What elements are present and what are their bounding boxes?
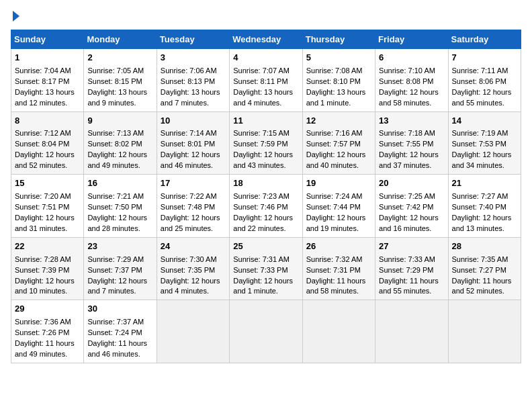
logo-arrow-icon: [13, 11, 19, 21]
day-detail: Sunrise: 7:21 AM Sunset: 7:50 PM Dayligh…: [87, 191, 152, 234]
day-number: 8: [15, 115, 80, 128]
calendar-cell: 13Sunrise: 7:18 AM Sunset: 7:55 PM Dayli…: [375, 111, 448, 175]
calendar-cell: 7Sunrise: 7:11 AM Sunset: 8:06 PM Daylig…: [448, 49, 521, 112]
day-number: 11: [233, 115, 298, 128]
calendar-cell: [375, 300, 448, 363]
calendar-cell: 17Sunrise: 7:22 AM Sunset: 7:48 PM Dayli…: [157, 175, 229, 238]
day-number: 20: [379, 177, 444, 190]
day-detail: Sunrise: 7:13 AM Sunset: 8:02 PM Dayligh…: [87, 128, 152, 171]
day-number: 7: [452, 52, 517, 64]
calendar-cell: 25Sunrise: 7:31 AM Sunset: 7:33 PM Dayli…: [230, 237, 302, 300]
day-detail: Sunrise: 7:04 AM Sunset: 8:17 PM Dayligh…: [15, 66, 80, 109]
day-of-week-header: Saturday: [448, 30, 521, 49]
calendar-week-row: 1Sunrise: 7:04 AM Sunset: 8:17 PM Daylig…: [11, 49, 521, 112]
day-of-week-header: Thursday: [302, 30, 375, 49]
day-number: 2: [87, 52, 152, 64]
day-number: 18: [233, 177, 298, 190]
calendar-week-row: 15Sunrise: 7:20 AM Sunset: 7:51 PM Dayli…: [11, 175, 521, 238]
day-number: 19: [306, 177, 371, 190]
day-detail: Sunrise: 7:28 AM Sunset: 7:39 PM Dayligh…: [15, 255, 80, 298]
calendar-cell: 6Sunrise: 7:10 AM Sunset: 8:08 PM Daylig…: [375, 49, 448, 112]
day-detail: Sunrise: 7:08 AM Sunset: 8:10 PM Dayligh…: [306, 66, 371, 109]
day-detail: Sunrise: 7:27 AM Sunset: 7:40 PM Dayligh…: [452, 191, 517, 234]
day-number: 3: [161, 52, 226, 64]
calendar-cell: 4Sunrise: 7:07 AM Sunset: 8:11 PM Daylig…: [230, 49, 302, 112]
day-number: 6: [379, 52, 444, 64]
day-number: 1: [15, 52, 80, 64]
day-number: 15: [15, 177, 80, 190]
day-detail: Sunrise: 7:15 AM Sunset: 7:59 PM Dayligh…: [233, 128, 298, 171]
day-detail: Sunrise: 7:29 AM Sunset: 7:37 PM Dayligh…: [87, 255, 152, 298]
calendar-header-row: SundayMondayTuesdayWednesdayThursdayFrid…: [11, 30, 521, 49]
calendar-cell: 23Sunrise: 7:29 AM Sunset: 7:37 PM Dayli…: [84, 237, 157, 300]
day-number: 12: [306, 115, 371, 128]
day-of-week-header: Sunday: [11, 30, 84, 49]
calendar-cell: 1Sunrise: 7:04 AM Sunset: 8:17 PM Daylig…: [11, 49, 84, 112]
calendar-week-row: 22Sunrise: 7:28 AM Sunset: 7:39 PM Dayli…: [11, 237, 521, 300]
day-of-week-header: Monday: [84, 30, 157, 49]
day-number: 9: [87, 115, 152, 128]
calendar-cell: 3Sunrise: 7:06 AM Sunset: 8:13 PM Daylig…: [157, 49, 229, 112]
calendar-cell: 18Sunrise: 7:23 AM Sunset: 7:46 PM Dayli…: [230, 175, 302, 238]
calendar-cell: 29Sunrise: 7:36 AM Sunset: 7:26 PM Dayli…: [11, 300, 84, 363]
day-detail: Sunrise: 7:20 AM Sunset: 7:51 PM Dayligh…: [15, 191, 80, 234]
calendar-cell: [230, 300, 302, 363]
day-number: 22: [15, 240, 80, 253]
calendar-cell: 30Sunrise: 7:37 AM Sunset: 7:24 PM Dayli…: [84, 300, 157, 363]
calendar-cell: 21Sunrise: 7:27 AM Sunset: 7:40 PM Dayli…: [448, 175, 521, 238]
day-of-week-header: Wednesday: [230, 30, 302, 49]
calendar-cell: 15Sunrise: 7:20 AM Sunset: 7:51 PM Dayli…: [11, 175, 84, 238]
calendar-cell: 5Sunrise: 7:08 AM Sunset: 8:10 PM Daylig…: [302, 49, 375, 112]
calendar-cell: 16Sunrise: 7:21 AM Sunset: 7:50 PM Dayli…: [84, 175, 157, 238]
calendar-cell: 2Sunrise: 7:05 AM Sunset: 8:15 PM Daylig…: [84, 49, 157, 112]
day-detail: Sunrise: 7:11 AM Sunset: 8:06 PM Dayligh…: [452, 66, 517, 109]
day-number: 25: [233, 240, 298, 253]
calendar-cell: 26Sunrise: 7:32 AM Sunset: 7:31 PM Dayli…: [302, 237, 375, 300]
calendar-week-row: 8Sunrise: 7:12 AM Sunset: 8:04 PM Daylig…: [11, 111, 521, 175]
day-detail: Sunrise: 7:05 AM Sunset: 8:15 PM Dayligh…: [87, 66, 152, 109]
calendar-cell: 20Sunrise: 7:25 AM Sunset: 7:42 PM Dayli…: [375, 175, 448, 238]
calendar-cell: [448, 300, 521, 363]
day-number: 14: [452, 115, 517, 128]
day-number: 30: [87, 303, 152, 316]
calendar-cell: 22Sunrise: 7:28 AM Sunset: 7:39 PM Dayli…: [11, 237, 84, 300]
day-detail: Sunrise: 7:19 AM Sunset: 7:53 PM Dayligh…: [452, 128, 517, 171]
calendar-cell: 14Sunrise: 7:19 AM Sunset: 7:53 PM Dayli…: [448, 111, 521, 175]
day-number: 10: [161, 115, 226, 128]
day-detail: Sunrise: 7:16 AM Sunset: 7:57 PM Dayligh…: [306, 128, 371, 171]
day-number: 28: [452, 240, 517, 253]
day-number: 4: [233, 52, 298, 64]
day-detail: Sunrise: 7:12 AM Sunset: 8:04 PM Dayligh…: [15, 128, 80, 171]
day-detail: Sunrise: 7:31 AM Sunset: 7:33 PM Dayligh…: [233, 255, 298, 298]
day-number: 13: [379, 115, 444, 128]
day-detail: Sunrise: 7:23 AM Sunset: 7:46 PM Dayligh…: [233, 191, 298, 234]
calendar-week-row: 29Sunrise: 7:36 AM Sunset: 7:26 PM Dayli…: [11, 300, 521, 363]
day-detail: Sunrise: 7:10 AM Sunset: 8:08 PM Dayligh…: [379, 66, 444, 109]
calendar-cell: 9Sunrise: 7:13 AM Sunset: 8:02 PM Daylig…: [84, 111, 157, 175]
calendar-cell: 27Sunrise: 7:33 AM Sunset: 7:29 PM Dayli…: [375, 237, 448, 300]
day-number: 5: [306, 52, 371, 64]
day-detail: Sunrise: 7:07 AM Sunset: 8:11 PM Dayligh…: [233, 66, 298, 109]
day-number: 17: [161, 177, 226, 190]
day-of-week-header: Tuesday: [157, 30, 229, 49]
day-number: 26: [306, 240, 371, 253]
calendar-table: SundayMondayTuesdayWednesdayThursdayFrid…: [11, 30, 521, 363]
day-number: 21: [452, 177, 517, 190]
day-detail: Sunrise: 7:14 AM Sunset: 8:01 PM Dayligh…: [161, 128, 226, 171]
day-detail: Sunrise: 7:30 AM Sunset: 7:35 PM Dayligh…: [161, 255, 226, 298]
day-detail: Sunrise: 7:06 AM Sunset: 8:13 PM Dayligh…: [161, 66, 226, 109]
calendar-cell: [157, 300, 229, 363]
day-number: 27: [379, 240, 444, 253]
calendar-cell: [302, 300, 375, 363]
day-number: 16: [87, 177, 152, 190]
day-of-week-header: Friday: [375, 30, 448, 49]
calendar-cell: 10Sunrise: 7:14 AM Sunset: 8:01 PM Dayli…: [157, 111, 229, 175]
calendar-cell: 24Sunrise: 7:30 AM Sunset: 7:35 PM Dayli…: [157, 237, 229, 300]
calendar-cell: 28Sunrise: 7:35 AM Sunset: 7:27 PM Dayli…: [448, 237, 521, 300]
day-detail: Sunrise: 7:35 AM Sunset: 7:27 PM Dayligh…: [452, 255, 517, 298]
calendar-cell: 19Sunrise: 7:24 AM Sunset: 7:44 PM Dayli…: [302, 175, 375, 238]
day-detail: Sunrise: 7:25 AM Sunset: 7:42 PM Dayligh…: [379, 191, 444, 234]
logo: [11, 11, 19, 21]
day-detail: Sunrise: 7:24 AM Sunset: 7:44 PM Dayligh…: [306, 191, 371, 234]
day-number: 23: [87, 240, 152, 253]
